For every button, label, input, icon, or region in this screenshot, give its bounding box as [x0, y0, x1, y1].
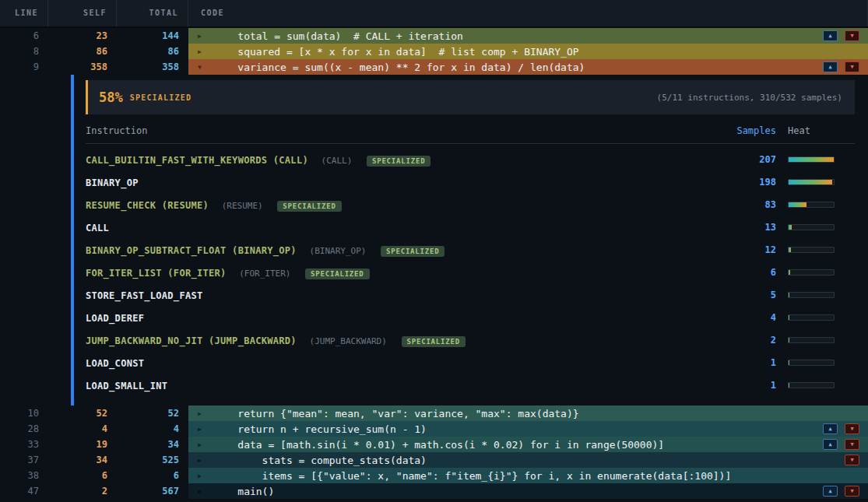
code-cell[interactable]: ▶ return {"mean": mean, "var": variance,…: [188, 405, 868, 421]
instruction-samples: 5: [698, 290, 776, 300]
navigate-up-button[interactable]: ▲: [823, 486, 838, 497]
heat-cell: [776, 156, 855, 163]
instruction-row: LOAD_DEREF 4: [86, 306, 855, 328]
line-number: 28: [0, 421, 48, 437]
total-samples: 34: [117, 437, 188, 452]
heat-cell: [776, 247, 855, 253]
expand-arrow-icon[interactable]: ▶: [198, 410, 213, 417]
heat-cell: [776, 314, 855, 321]
heat-bar-fill: [789, 360, 789, 365]
specialization-summary: 58% SPECIALIZED (5/11 instructions, 310/…: [86, 80, 855, 114]
line-number: 6: [0, 28, 48, 44]
navigate-up-button[interactable]: ▲: [823, 439, 838, 450]
code-line-row: 37 34 525 ▶ stats = compute_stats(data) …: [0, 452, 868, 468]
column-header-code: CODE: [188, 0, 868, 26]
code-line-row: 28 4 4 ▶ return n + recursive_sum(n - 1)…: [0, 421, 868, 437]
instruction-row: CALL 13: [86, 216, 855, 238]
expand-arrow-icon[interactable]: ▼: [198, 64, 213, 71]
source-code: main(): [213, 486, 274, 497]
code-cell[interactable]: ▶ main() ▲ ▼: [188, 483, 868, 499]
specialized-badge: SPECIALIZED: [367, 156, 430, 167]
code-cell[interactable]: ▼ variance = sum((x - mean) ** 2 for x i…: [188, 59, 868, 75]
code-cell[interactable]: ▶ data = [math.sin(i * 0.01) + math.cos(…: [188, 437, 868, 452]
line-number: 47: [0, 483, 48, 499]
instruction-name: FOR_ITER_LIST (FOR_ITER): [86, 268, 227, 279]
self-samples: 358: [48, 59, 117, 75]
instruction-name-cell: BINARY_OP: [86, 174, 698, 189]
column-header-line: LINE: [0, 0, 48, 26]
navigate-up-button[interactable]: ▲: [823, 61, 838, 72]
total-samples: 6: [117, 468, 188, 483]
instruction-name-cell: CALL: [86, 219, 698, 234]
heat-bar-track: [788, 247, 835, 253]
specialized-badge: SPECIALIZED: [305, 269, 369, 279]
column-header-total: TOTAL: [117, 0, 188, 26]
heat-column-header: Heat: [776, 125, 855, 136]
expand-arrow-icon[interactable]: ▶: [198, 441, 213, 448]
instruction-name: JUMP_BACKWARD_NO_JIT (JUMP_BACKWARD): [86, 335, 297, 346]
row-nav-buttons: ▲ ▼: [823, 61, 859, 72]
code-cell[interactable]: ▶ stats = compute_stats(data) ▲ ▼: [188, 452, 868, 468]
line-number: 37: [0, 452, 48, 468]
expand-arrow-icon[interactable]: ▶: [198, 33, 213, 40]
source-code: items = [{"value": x, "name": f"item_{i}…: [213, 470, 731, 482]
heat-bar-track: [788, 202, 835, 208]
navigate-down-button[interactable]: ▼: [845, 423, 859, 434]
instruction-name-cell: LOAD_SMALL_INT: [86, 377, 698, 392]
expand-arrow-icon[interactable]: ▶: [198, 457, 213, 464]
heat-bar-track: [788, 269, 835, 276]
code-cell[interactable]: ▶ squared = [x * x for x in data] # list…: [188, 44, 868, 59]
heat-bar-fill: [789, 315, 789, 320]
navigate-down-button[interactable]: ▼: [845, 455, 859, 465]
expanded-detail-panel: 58% SPECIALIZED (5/11 instructions, 310/…: [71, 75, 868, 405]
instruction-samples: 198: [698, 177, 776, 188]
heat-bar-track: [788, 224, 835, 230]
navigate-up-button[interactable]: ▲: [823, 423, 838, 434]
heat-cell: [776, 202, 855, 208]
source-code: squared = [x * x for x in data] # list c…: [213, 46, 579, 58]
code-cell[interactable]: ▶ total = sum(data) # CALL + iteration ▲…: [188, 28, 868, 44]
total-samples: 525: [117, 452, 188, 468]
instruction-samples: 1: [698, 380, 776, 391]
expand-arrow-icon[interactable]: ▶: [198, 426, 213, 433]
instruction-row: JUMP_BACKWARD_NO_JIT (JUMP_BACKWARD) (JU…: [86, 328, 855, 351]
heat-cell: [776, 269, 855, 276]
total-samples: 4: [117, 421, 188, 437]
code-cell[interactable]: ▶ items = [{"value": x, "name": f"item_{…: [188, 468, 868, 483]
instruction-name-cell: FOR_ITER_LIST (FOR_ITER) (FOR_ITER) SPEC…: [86, 265, 698, 279]
specialized-percent: 58%: [99, 90, 123, 105]
instruction-name: CALL_BUILTIN_FAST_WITH_KEYWORDS (CALL): [86, 155, 308, 166]
instruction-base-name: (RESUME): [222, 201, 263, 211]
heat-bar-fill: [789, 270, 790, 275]
code-line-row: 33 19 34 ▶ data = [math.sin(i * 0.01) + …: [0, 437, 868, 452]
instruction-name: STORE_FAST_LOAD_FAST: [86, 290, 203, 301]
source-code: stats = compute_stats(data): [213, 455, 427, 466]
code-line-row: 38 6 6 ▶ items = [{"value": x, "name": f…: [0, 468, 868, 483]
heat-cell: [776, 179, 855, 185]
navigate-down-button[interactable]: ▼: [845, 439, 859, 450]
code-cell[interactable]: ▶ return n + recursive_sum(n - 1) ▲ ▼: [188, 421, 868, 437]
instruction-name-cell: STORE_FAST_LOAD_FAST: [86, 287, 698, 302]
heat-bar-fill: [789, 338, 789, 342]
navigate-up-button[interactable]: ▲: [823, 30, 838, 41]
code-line-row: 9 358 358 ▼ variance = sum((x - mean) **…: [0, 59, 868, 75]
expand-arrow-icon[interactable]: ▶: [198, 488, 213, 495]
expand-arrow-icon[interactable]: ▶: [198, 472, 213, 479]
instruction-samples: 2: [698, 335, 776, 346]
source-code: return n + recursive_sum(n - 1): [213, 423, 427, 435]
row-nav-buttons: ▲ ▼: [823, 46, 859, 57]
heat-bar-fill: [789, 225, 792, 230]
instruction-name: LOAD_DEREF: [86, 313, 144, 324]
heat-bar-track: [788, 382, 835, 388]
heat-bar-fill: [789, 247, 791, 252]
total-samples: 144: [117, 28, 188, 44]
navigate-down-button[interactable]: ▼: [845, 486, 859, 497]
navigate-down-button[interactable]: ▼: [845, 30, 859, 41]
samples-column-header[interactable]: Samples: [698, 125, 776, 136]
navigate-down-button[interactable]: ▼: [845, 61, 859, 72]
instruction-name: BINARY_OP: [86, 177, 139, 188]
code-line-row: 47 2 567 ▶ main() ▲ ▼: [0, 483, 868, 499]
source-code: variance = sum((x - mean) ** 2 for x in …: [213, 61, 585, 73]
line-number: 9: [0, 59, 48, 75]
expand-arrow-icon[interactable]: ▶: [198, 48, 213, 55]
